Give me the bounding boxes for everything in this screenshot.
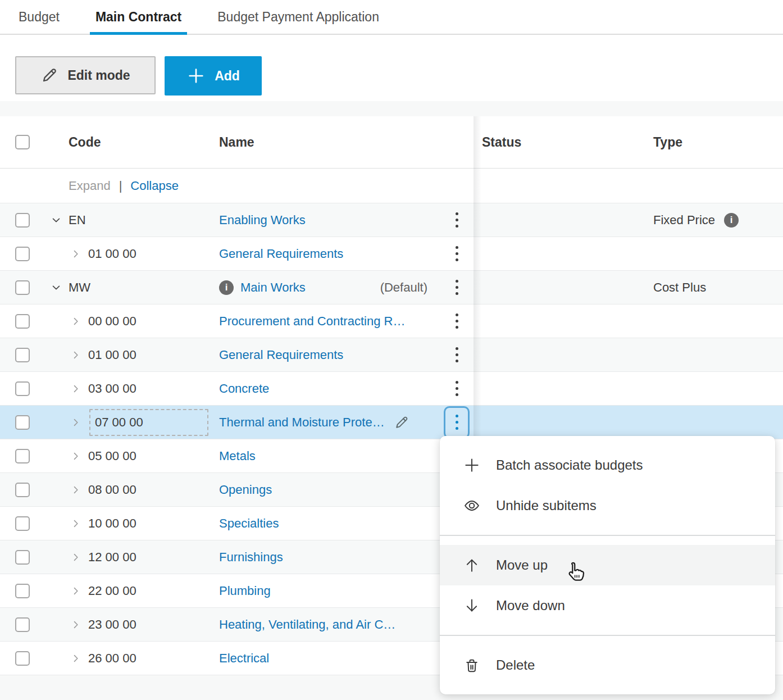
- column-header-code: Code: [69, 135, 101, 150]
- kebab-cell: [440, 280, 474, 295]
- chevron-down-icon[interactable]: [51, 215, 62, 226]
- row-code: 00 00 00: [88, 314, 136, 329]
- name-cell: Furnishings: [219, 550, 440, 565]
- kebab-cell: [440, 406, 474, 439]
- chevron-right-icon[interactable]: [70, 383, 81, 394]
- menu-divider: [440, 635, 775, 636]
- row-name-link[interactable]: Procurement and Contracting R…: [219, 314, 405, 329]
- menu-item-label: Batch associate budgets: [496, 457, 643, 473]
- row-checkbox[interactable]: [15, 415, 30, 430]
- kebab-menu-button[interactable]: [456, 347, 458, 362]
- select-all-checkbox[interactable]: [15, 135, 30, 149]
- toolbar: Edit mode Add: [15, 56, 262, 96]
- row-name-link[interactable]: Heating, Ventilating, and Air C…: [219, 617, 395, 632]
- eye-icon: [463, 497, 480, 514]
- tab-budget[interactable]: Budget: [19, 0, 60, 34]
- kebab-menu-button[interactable]: [456, 212, 458, 228]
- row-checkbox[interactable]: [15, 617, 30, 632]
- row-code: 12 00 00: [88, 550, 136, 565]
- row-checkbox[interactable]: [15, 314, 30, 329]
- row-checkbox[interactable]: [15, 483, 30, 497]
- add-button[interactable]: Add: [165, 56, 262, 96]
- chevron-right-icon[interactable]: [70, 316, 81, 327]
- chevron-right-icon[interactable]: [70, 585, 81, 597]
- row-name-link[interactable]: General Requirements: [219, 247, 343, 261]
- kebab-menu-button[interactable]: [456, 246, 458, 261]
- row-name-link[interactable]: Concrete: [219, 381, 269, 396]
- chevron-right-icon[interactable]: [70, 484, 81, 496]
- chevron-right-icon[interactable]: [70, 552, 81, 563]
- name-cell: Openings: [219, 483, 440, 497]
- menu-divider: [440, 535, 775, 536]
- chevron-right-icon[interactable]: [70, 417, 81, 428]
- table-row[interactable]: 03 00 00 Concrete: [0, 372, 783, 406]
- menu-item-delete[interactable]: Delete: [440, 645, 775, 685]
- kebab-menu-button[interactable]: [456, 280, 458, 295]
- row-checkbox[interactable]: [15, 280, 30, 295]
- row-name-link[interactable]: Thermal and Moisture Prote…: [219, 415, 385, 430]
- name-cell: iMain Works(Default): [219, 280, 440, 295]
- tab-main-contract[interactable]: Main Contract: [95, 0, 181, 34]
- menu-item-batch-associate-budgets[interactable]: Batch associate budgets: [440, 445, 775, 485]
- row-name-link[interactable]: Main Works: [240, 280, 306, 295]
- chevron-right-icon[interactable]: [70, 653, 81, 664]
- row-name-link[interactable]: Specialties: [219, 516, 279, 531]
- row-checkbox[interactable]: [15, 381, 30, 396]
- edit-pencil-icon[interactable]: [394, 415, 409, 430]
- row-code: 07 00 00: [95, 415, 143, 430]
- edit-mode-label: Edit mode: [67, 68, 130, 83]
- column-header-name: Name: [219, 135, 254, 150]
- chevron-right-icon[interactable]: [70, 619, 81, 630]
- row-checkbox[interactable]: [15, 516, 30, 531]
- menu-item-move-down[interactable]: Move down: [440, 585, 775, 626]
- type-info-icon[interactable]: i: [724, 213, 739, 228]
- row-checkbox[interactable]: [15, 449, 30, 463]
- table-row[interactable]: 07 00 00 Thermal and Moisture Prote…: [0, 406, 783, 439]
- table-row[interactable]: MW iMain Works(Default) Cost Plus: [0, 271, 783, 304]
- collapse-link[interactable]: Collapse: [130, 179, 179, 193]
- plus-icon: [463, 457, 480, 474]
- chevron-down-icon[interactable]: [51, 282, 62, 293]
- row-checkbox[interactable]: [15, 213, 30, 228]
- menu-item-move-up[interactable]: Move up: [440, 545, 775, 585]
- kebab-menu-button[interactable]: [456, 381, 458, 396]
- chevron-right-icon[interactable]: [70, 349, 81, 361]
- menu-item-label: Move up: [496, 557, 548, 573]
- row-name-link[interactable]: Enabling Works: [219, 213, 306, 228]
- menu-item-unhide-subitems[interactable]: Unhide subitems: [440, 485, 775, 526]
- trash-icon: [463, 657, 480, 674]
- row-name-link[interactable]: Electrical: [219, 651, 269, 666]
- row-name-link[interactable]: General Requirements: [219, 348, 343, 362]
- expand-link[interactable]: Expand: [69, 179, 111, 193]
- name-cell: Procurement and Contracting R…: [219, 314, 440, 329]
- row-checkbox[interactable]: [15, 550, 30, 565]
- row-name-link[interactable]: Metals: [219, 449, 256, 463]
- default-badge: (Default): [380, 280, 436, 295]
- kebab-cell: [440, 212, 474, 228]
- row-name-link[interactable]: Openings: [219, 483, 272, 497]
- row-checkbox[interactable]: [15, 247, 30, 261]
- name-cell: Thermal and Moisture Prote…: [219, 415, 440, 430]
- kebab-cell: [440, 381, 474, 396]
- edit-mode-button[interactable]: Edit mode: [15, 56, 156, 94]
- row-checkbox[interactable]: [15, 651, 30, 666]
- kebab-menu-button[interactable]: [456, 313, 458, 329]
- row-code: 22 00 00: [88, 584, 136, 598]
- table-row[interactable]: 01 00 00 General Requirements: [0, 338, 783, 372]
- info-icon[interactable]: i: [219, 280, 234, 295]
- chevron-right-icon[interactable]: [70, 518, 81, 529]
- kebab-menu-button[interactable]: [444, 406, 470, 439]
- chevron-right-icon[interactable]: [70, 451, 81, 462]
- table-row[interactable]: 01 00 00 General Requirements: [0, 237, 783, 271]
- chevron-right-icon[interactable]: [70, 248, 81, 260]
- table-row[interactable]: 00 00 00 Procurement and Contracting R…: [0, 304, 783, 338]
- code-edit-field[interactable]: 07 00 00: [89, 409, 208, 436]
- row-checkbox[interactable]: [15, 584, 30, 598]
- tab-budget-payment-application[interactable]: Budget Payment Application: [217, 0, 379, 34]
- row-name-link[interactable]: Furnishings: [219, 550, 283, 565]
- row-name-link[interactable]: Plumbing: [219, 584, 271, 598]
- expand-collapse-separator: |: [119, 179, 122, 193]
- name-cell: Electrical: [219, 651, 440, 666]
- table-row[interactable]: EN Enabling Works Fixed Pricei: [0, 203, 783, 237]
- row-checkbox[interactable]: [15, 348, 30, 362]
